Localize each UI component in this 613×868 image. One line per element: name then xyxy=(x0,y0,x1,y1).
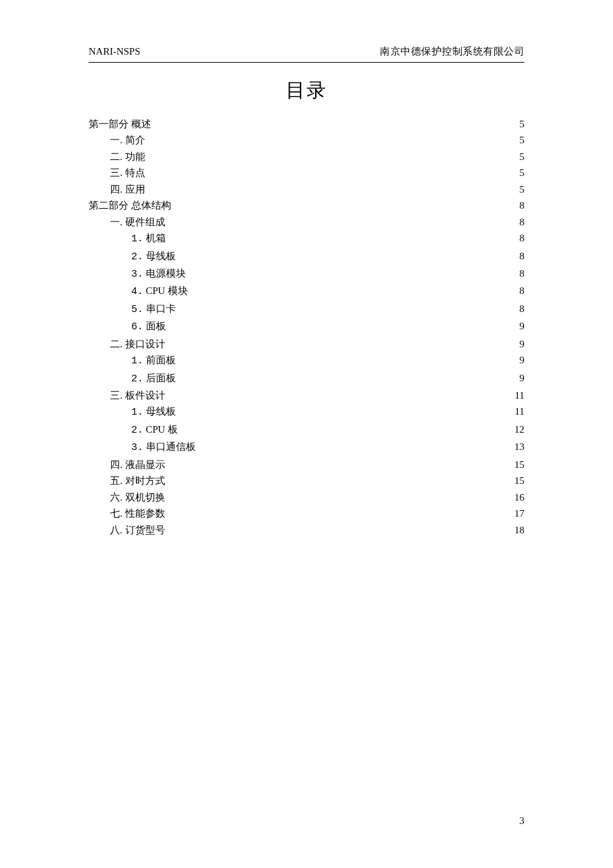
toc-row: 6. 面板9 xyxy=(89,318,524,335)
toc-entry-number: 1. xyxy=(131,407,143,418)
toc-entry-label: 第一部分 概述 xyxy=(89,116,151,132)
toc-entry-label: 1. 母线板 xyxy=(89,403,176,421)
toc-row: 5. 串口卡8 xyxy=(89,301,524,318)
toc-entry-title: 串口通信板 xyxy=(146,441,196,452)
toc-row: 五. 对时方式15 xyxy=(89,473,524,489)
toc-entry-number: 6. xyxy=(131,321,143,333)
toc-entry-label: 四. 应用 xyxy=(89,181,145,197)
toc-entry-label: 6. 面板 xyxy=(89,318,166,335)
toc-entry-label: 二. 功能 xyxy=(89,149,145,165)
toc-entry-page: 12 xyxy=(508,421,524,437)
toc-row: 一. 硬件组成8 xyxy=(89,214,524,230)
toc-entry-page: 8 xyxy=(508,248,524,264)
toc-row: 四. 应用5 xyxy=(89,181,524,197)
toc-entry-number: 八. xyxy=(110,525,123,535)
toc-entry-number: 1. xyxy=(131,355,143,367)
toc-entry-number: 二. xyxy=(110,151,123,162)
toc-entry-title: 后面板 xyxy=(146,373,176,383)
toc-entry-label: 五. 对时方式 xyxy=(89,473,165,489)
toc-entry-page: 5 xyxy=(508,132,524,148)
toc-entry-title: 母线板 xyxy=(146,406,176,417)
toc-entry-label: 三. 板件设计 xyxy=(89,387,165,403)
toc-entry-page: 8 xyxy=(508,301,524,317)
toc-entry-page: 9 xyxy=(508,352,524,368)
toc-row: 4. CPU 模块8 xyxy=(89,283,524,300)
toc-entry-number: 四. xyxy=(110,459,123,470)
toc-entry-page: 9 xyxy=(508,318,524,334)
toc-entry-page: 13 xyxy=(508,439,524,455)
toc-entry-title: 串口卡 xyxy=(146,303,176,314)
toc-entry-title: 接口设计 xyxy=(125,339,165,349)
toc-entry-number: 三. xyxy=(110,390,123,401)
toc-entry-label: 第二部分 总体结构 xyxy=(89,197,171,213)
toc-row: 2. 母线板8 xyxy=(89,248,524,265)
toc-entry-label: 二. 接口设计 xyxy=(89,336,165,352)
toc-entry-page: 17 xyxy=(508,505,524,521)
toc-entry-label: 2. 母线板 xyxy=(89,248,176,265)
toc-title: 目录 xyxy=(89,77,524,104)
page-header: NARI-NSPS 南京中德保护控制系统有限公司 xyxy=(89,45,524,61)
toc-entry-number: 六. xyxy=(110,492,123,503)
toc-entry-title: 机箱 xyxy=(146,233,166,243)
toc-row: 三. 板件设计11 xyxy=(89,387,524,403)
toc-row: 三. 特点5 xyxy=(89,165,524,181)
toc-row: 二. 接口设计9 xyxy=(89,336,524,352)
toc-entry-label: 八. 订货型号 xyxy=(89,522,165,538)
toc-entry-number: 2. xyxy=(131,425,143,436)
toc-entry-title: 性能参数 xyxy=(125,508,165,519)
toc-entry-page: 8 xyxy=(508,214,524,230)
header-divider xyxy=(89,62,524,63)
toc-entry-label: 3. 电源模块 xyxy=(89,265,186,283)
toc-row: 1. 前面板9 xyxy=(89,352,524,369)
toc-entry-title: 板件设计 xyxy=(125,390,165,401)
toc-entry-page: 5 xyxy=(508,165,524,181)
toc-entry-page: 15 xyxy=(508,473,524,489)
document-page: NARI-NSPS 南京中德保护控制系统有限公司 目录 第一部分 概述5一. 简… xyxy=(0,0,613,538)
toc-entry-label: 1. 机箱 xyxy=(89,230,166,247)
toc-row: 四. 液晶显示15 xyxy=(89,457,524,473)
toc-row: 1. 母线板11 xyxy=(89,403,524,421)
toc-entry-title: 功能 xyxy=(125,151,145,162)
toc-entry-number: 4. xyxy=(131,286,143,297)
toc-entry-number: 五. xyxy=(110,475,123,486)
toc-entry-title: CPU 模块 xyxy=(146,285,188,296)
toc-row: 七. 性能参数17 xyxy=(89,505,524,521)
toc-row: 二. 功能5 xyxy=(89,149,524,165)
toc-entry-label: 2. CPU 板 xyxy=(89,421,178,439)
toc-entry-label: 4. CPU 模块 xyxy=(89,283,188,300)
toc-entry-title: 特点 xyxy=(125,167,145,178)
toc-entry-title: 订货型号 xyxy=(125,525,165,535)
header-right-text: 南京中德保护控制系统有限公司 xyxy=(380,45,524,58)
toc-entry-number: 三. xyxy=(110,167,123,178)
toc-entry-number: 四. xyxy=(110,184,123,195)
toc-entry-label: 一. 硬件组成 xyxy=(89,214,165,230)
toc-row: 八. 订货型号18 xyxy=(89,522,524,538)
toc-entry-title: 第二部分 总体结构 xyxy=(89,200,171,211)
toc-row: 一. 简介5 xyxy=(89,132,524,148)
toc-row: 1. 机箱8 xyxy=(89,230,524,247)
toc-entry-label: 1. 前面板 xyxy=(89,352,176,369)
toc-entry-title: CPU 板 xyxy=(146,424,178,435)
toc-entry-page: 18 xyxy=(508,522,524,538)
toc-entry-title: 液晶显示 xyxy=(125,459,165,470)
toc-entry-label: 四. 液晶显示 xyxy=(89,457,165,473)
toc-entry-number: 3. xyxy=(131,442,143,453)
toc-row: 第一部分 概述5 xyxy=(89,116,524,132)
toc-entry-label: 5. 串口卡 xyxy=(89,301,176,318)
toc-entry-number: 一. xyxy=(110,135,123,145)
toc-row: 3. 电源模块8 xyxy=(89,265,524,283)
toc-entry-page: 8 xyxy=(508,197,524,213)
toc-entry-title: 第一部分 概述 xyxy=(89,119,151,129)
toc-row: 第二部分 总体结构8 xyxy=(89,197,524,213)
toc-entry-page: 5 xyxy=(508,116,524,132)
toc-entry-page: 8 xyxy=(508,283,524,299)
toc-entry-page: 11 xyxy=(508,403,524,419)
toc-entry-label: 六. 双机切换 xyxy=(89,489,165,505)
toc-entry-title: 母线板 xyxy=(146,251,176,261)
toc-entry-number: 一. xyxy=(110,217,123,227)
table-of-contents: 第一部分 概述5一. 简介5二. 功能5三. 特点5四. 应用5第二部分 总体结… xyxy=(89,116,524,538)
toc-row: 2. 后面板9 xyxy=(89,370,524,387)
toc-entry-page: 9 xyxy=(508,370,524,386)
toc-entry-page: 16 xyxy=(508,489,524,505)
toc-entry-label: 七. 性能参数 xyxy=(89,505,165,521)
